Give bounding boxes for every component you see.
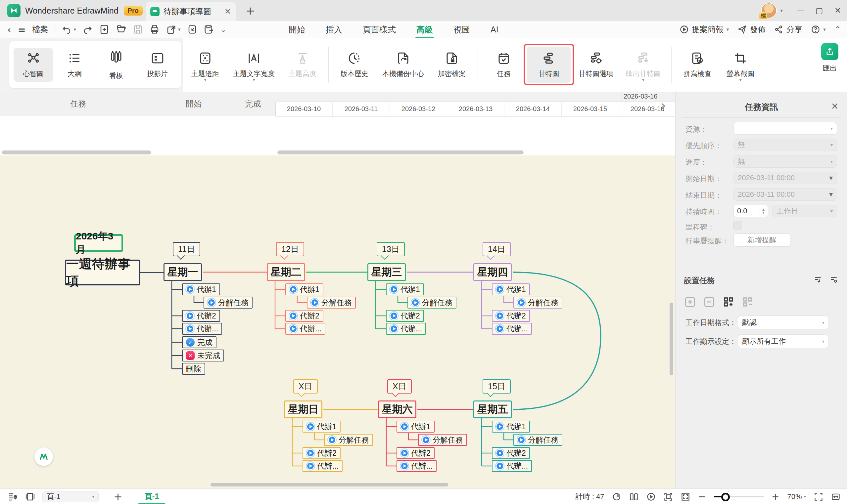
task-node-delete[interactable]: 刪除 xyxy=(182,363,205,375)
topic-text-width-caret-icon[interactable]: ▾ xyxy=(253,77,255,82)
task-node[interactable]: 代辦... xyxy=(302,460,343,472)
task-node[interactable]: 分解任務 xyxy=(307,296,356,309)
tab-start[interactable]: 開始 xyxy=(288,23,306,36)
task-node[interactable]: 代辦... xyxy=(285,323,325,335)
present-button[interactable]: 提案簡報 ▾ xyxy=(679,24,729,35)
add-page-button[interactable]: + xyxy=(114,490,122,503)
date-callout[interactable]: 15日 xyxy=(483,379,511,394)
task-node[interactable]: 代辦... xyxy=(492,460,532,472)
date-callout[interactable]: 13日 xyxy=(377,242,405,256)
collapse-ribbon-icon[interactable]: ⌃ xyxy=(834,25,841,34)
gantt-button[interactable]: 甘特圖 xyxy=(527,47,571,83)
tab-close-icon[interactable]: ✕ xyxy=(224,7,231,16)
slides-view-button[interactable]: 投影片 xyxy=(138,48,177,82)
save-icon[interactable] xyxy=(133,24,143,34)
outline-view-button[interactable]: 大綱 xyxy=(55,48,95,82)
new-tab-button[interactable]: + xyxy=(246,4,255,17)
export-button[interactable]: 匯出 xyxy=(821,43,839,73)
share-export-icon[interactable] xyxy=(166,24,176,34)
tab-insert[interactable]: 插入 xyxy=(325,23,343,36)
local-backup-button[interactable]: 本機備份中心 xyxy=(378,48,429,82)
presentation-icon[interactable] xyxy=(646,492,656,501)
day-topic[interactable]: 星期一 xyxy=(163,263,202,281)
spell-check-button[interactable]: 拼寫檢查 xyxy=(677,48,717,82)
task-node[interactable]: 分解任務 xyxy=(204,296,253,309)
task-node[interactable]: 代辦2 xyxy=(302,447,341,459)
gantt-table-hscrollbar[interactable] xyxy=(2,150,151,155)
task-node[interactable]: 代辦2 xyxy=(492,447,530,459)
gantt-next-chevron-icon[interactable]: › xyxy=(660,97,666,114)
task-node[interactable]: 代辦1 xyxy=(386,284,424,295)
file-menu[interactable]: 檔案 xyxy=(32,24,48,35)
spinner-down-icon[interactable]: ▼ xyxy=(762,211,765,214)
import-icon[interactable] xyxy=(187,24,197,34)
canvas-vertical-scrollbar[interactable] xyxy=(670,303,673,375)
user-avatar[interactable]: 標 xyxy=(761,3,777,19)
task-node[interactable]: 代辦1 xyxy=(302,421,341,433)
expand-canvas-icon[interactable] xyxy=(681,492,690,501)
task-node[interactable]: 分解任務 xyxy=(408,296,456,309)
gantt-column-finish[interactable]: 完成 xyxy=(231,92,276,116)
encrypt-file-button[interactable]: 加密檔案 xyxy=(432,48,472,82)
zoom-out-button[interactable]: − xyxy=(698,491,706,502)
central-topic[interactable]: 一週待辦事項 xyxy=(65,259,140,285)
gantt-options-button[interactable]: 甘特圖選項 xyxy=(574,48,618,82)
add-reminder-button[interactable]: 新增提醒 xyxy=(733,233,790,247)
topic-margin-caret-icon[interactable]: ▾ xyxy=(204,77,207,82)
topic-text-width-button[interactable]: 主題文字寬度 ▾ xyxy=(228,48,279,82)
zoom-slider-knob[interactable] xyxy=(721,493,730,501)
task-node[interactable]: 分解任務 xyxy=(513,296,563,309)
task-node[interactable]: 代辦1 xyxy=(397,421,435,433)
undo-icon[interactable] xyxy=(62,24,71,34)
collapse-toolbar-icon[interactable]: ⌄ xyxy=(221,25,226,34)
task-node[interactable]: 代辦... xyxy=(492,323,532,335)
canvas-horizontal-scrollbar[interactable] xyxy=(210,483,448,486)
pro-badge[interactable]: Pro xyxy=(124,6,143,16)
date-callout[interactable]: X日 xyxy=(293,379,318,394)
task-node[interactable]: 代辦2 xyxy=(397,447,435,459)
day-topic[interactable]: 星期六 xyxy=(378,400,416,418)
duration-spinner[interactable]: 0.0 ▲▼ xyxy=(733,205,768,217)
resource-select[interactable]: ▾ xyxy=(733,122,837,134)
pie-stats-icon[interactable] xyxy=(612,492,621,501)
save-as-icon[interactable] xyxy=(204,24,214,34)
page-panel-icon[interactable] xyxy=(25,492,35,502)
month-floating-topic[interactable]: 2026年3月 xyxy=(74,234,123,252)
zoom-in-button[interactable]: + xyxy=(772,491,779,502)
open-folder-icon[interactable] xyxy=(116,24,126,34)
zoom-level[interactable]: 70% ▾ xyxy=(787,492,806,501)
kanban-view-button[interactable]: 看板 xyxy=(96,46,136,84)
task-node[interactable]: 代辦1 xyxy=(492,421,530,433)
version-history-button[interactable]: 版本歷史 xyxy=(335,48,374,82)
task-node[interactable]: 代辦... xyxy=(182,323,222,335)
milestone-checkbox[interactable] xyxy=(733,221,742,230)
task-node[interactable]: 代辦2 xyxy=(386,310,424,322)
tab-advanced[interactable]: 高級 xyxy=(416,23,434,36)
mindmap-canvas[interactable]: 2026年3月 一週待辦事項 11日 星期一 代辦1 分解任務 代辦2 代辦..… xyxy=(0,156,675,488)
work-display-select[interactable]: 顯示所有工作 ▾ xyxy=(738,334,829,348)
date-callout[interactable]: 12日 xyxy=(276,242,304,256)
mindmap-view-button[interactable]: 心智圖 xyxy=(14,48,53,82)
day-topic[interactable]: 星期三 xyxy=(367,263,406,281)
new-document-icon[interactable] xyxy=(99,24,109,34)
maximize-button[interactable]: ▢ xyxy=(810,0,828,21)
screenshot-caret-icon[interactable]: ▾ xyxy=(740,77,742,82)
zoom-slider[interactable] xyxy=(714,496,764,498)
task-node[interactable]: 分解任務 xyxy=(418,434,467,446)
overview-icon[interactable] xyxy=(629,492,638,501)
tab-ai[interactable]: AI xyxy=(490,23,499,36)
avatar-caret-icon[interactable]: ▾ xyxy=(780,7,783,14)
task-node[interactable]: 代辦... xyxy=(397,460,436,472)
task-node[interactable]: 代辦2 xyxy=(492,310,530,322)
publish-button[interactable]: 發佈 xyxy=(738,24,765,35)
back-icon[interactable]: ‹ xyxy=(7,24,11,35)
task-node[interactable]: 代辦2 xyxy=(285,310,323,322)
date-format-select[interactable]: 默認 ▾ xyxy=(738,316,829,329)
redo-icon[interactable] xyxy=(83,24,93,34)
page-select[interactable]: 頁-1 ▾ xyxy=(42,491,99,502)
gantt-chart-hscrollbar[interactable] xyxy=(277,150,524,155)
task-node[interactable]: 分解任務 xyxy=(324,434,373,446)
gantt-settings-icon[interactable] xyxy=(829,275,838,284)
day-topic[interactable]: 星期五 xyxy=(473,400,512,418)
outline-panel-icon[interactable] xyxy=(8,492,18,502)
